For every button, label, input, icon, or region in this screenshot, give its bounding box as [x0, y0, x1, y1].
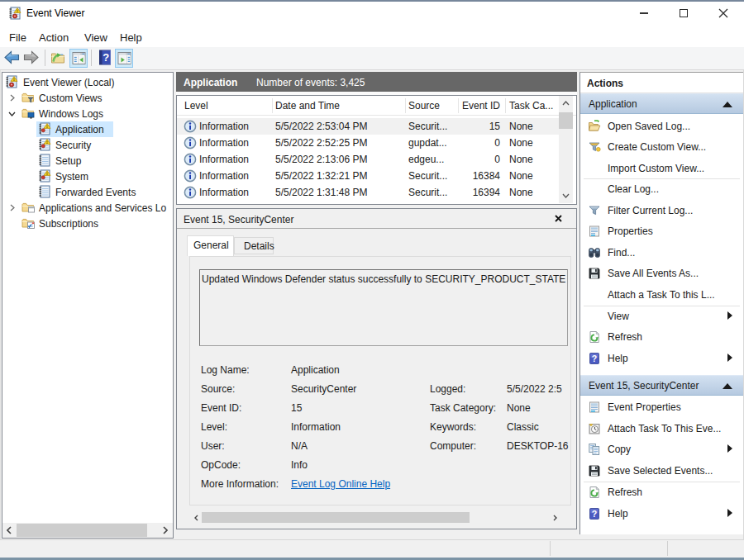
svg-text:?: ?	[592, 353, 597, 363]
svg-text:?: ?	[103, 51, 109, 64]
svg-text:?: ?	[592, 509, 597, 519]
